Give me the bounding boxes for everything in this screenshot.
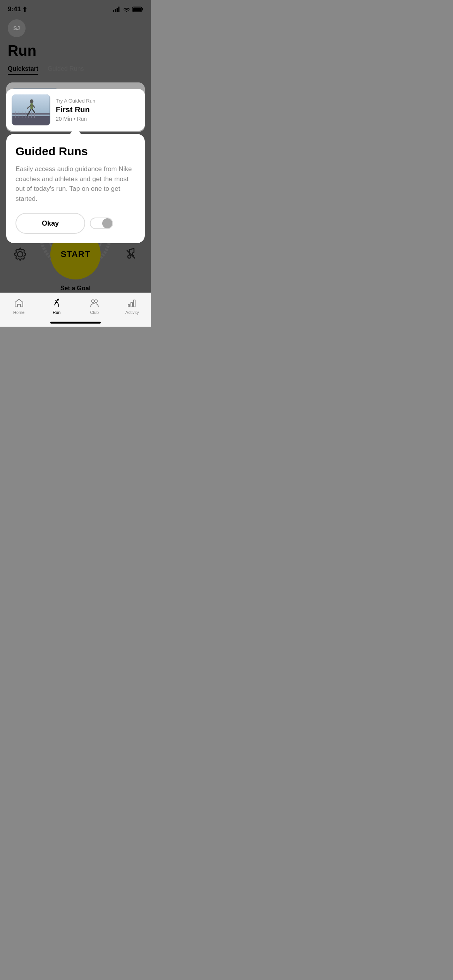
tab-item-run[interactable]: Run xyxy=(38,298,76,315)
home-tab-label: Home xyxy=(13,310,24,315)
club-icon xyxy=(89,298,100,308)
svg-rect-52 xyxy=(134,300,135,307)
svg-point-48 xyxy=(91,300,94,303)
tab-item-activity[interactable]: Activity xyxy=(113,298,151,315)
swipe-thumb xyxy=(102,218,112,228)
club-tab-label: Club xyxy=(90,310,99,315)
modal-card-title: First Run xyxy=(56,105,139,114)
svg-rect-51 xyxy=(131,302,132,307)
guided-runs-modal: Guided Runs Easily access audio guidance… xyxy=(6,134,145,243)
modal-pointer xyxy=(70,127,81,134)
svg-rect-41 xyxy=(30,103,33,109)
run-icon xyxy=(51,298,62,308)
modal-card-meta: 20 Min • Run xyxy=(56,116,139,122)
tab-item-home[interactable]: Home xyxy=(0,298,38,315)
modal-runner-image xyxy=(12,94,50,125)
svg-rect-36 xyxy=(25,111,26,118)
modal-body: Easily access audio guidance from Nike c… xyxy=(15,164,136,204)
modal-card-image xyxy=(12,94,50,125)
svg-point-47 xyxy=(57,299,59,301)
svg-rect-33 xyxy=(15,111,16,118)
okay-label: Okay xyxy=(42,219,59,228)
modal-title: Guided Runs xyxy=(15,145,136,158)
modal-container: Try A Guided Run First Run 20 Min • Run … xyxy=(6,89,145,243)
swipe-track xyxy=(90,218,113,229)
activity-tab-label: Activity xyxy=(125,310,139,315)
svg-rect-35 xyxy=(22,111,22,118)
svg-point-49 xyxy=(94,300,97,303)
svg-point-40 xyxy=(30,99,34,103)
home-icon xyxy=(14,298,24,308)
modal-card-subtitle: Try A Guided Run xyxy=(56,98,139,104)
modal-card-info: Try A Guided Run First Run 20 Min • Run xyxy=(56,98,139,122)
activity-icon xyxy=(127,298,137,308)
svg-rect-34 xyxy=(19,111,19,118)
svg-rect-38 xyxy=(31,111,32,118)
run-tab-label: Run xyxy=(53,310,60,315)
tab-item-club[interactable]: Club xyxy=(76,298,113,315)
modal-top-card[interactable]: Try A Guided Run First Run 20 Min • Run xyxy=(6,89,145,131)
home-indicator xyxy=(50,322,101,324)
okay-button[interactable]: Okay xyxy=(15,213,85,234)
svg-rect-50 xyxy=(128,305,130,307)
